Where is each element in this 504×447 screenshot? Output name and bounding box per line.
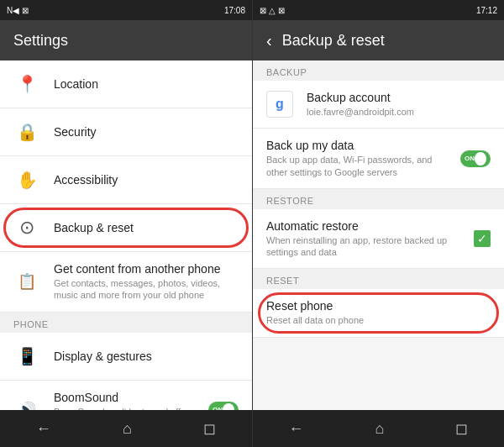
accessibility-title: Accessibility xyxy=(54,173,239,187)
right-status-left: ⊠ △ ⊠ xyxy=(260,6,285,15)
left-app-bar: Settings xyxy=(0,20,252,60)
right-status-time: 17:12 xyxy=(476,6,497,15)
left-status-bar: N◀ ⊠ 17:08 xyxy=(0,0,252,20)
display-icon: 📱 xyxy=(13,343,40,370)
right-app-bar: ‹ Backup & reset xyxy=(253,20,504,60)
display-title: Display & gestures xyxy=(54,350,239,363)
auto-restore-text: Automatic restore When reinstalling an a… xyxy=(266,219,467,259)
settings-list: 📍 Location 🔒 Security ✋ Accessibility xyxy=(0,60,252,313)
toggle-knob xyxy=(223,403,234,410)
auto-restore-subtitle: When reinstalling an app, restore backed… xyxy=(266,234,467,259)
backup-data-row[interactable]: Back up my data Back up app data, Wi-Fi … xyxy=(253,129,504,189)
settings-item-boomsound[interactable]: 🔊 BoomSound BoomSound can't be turned of… xyxy=(0,381,252,410)
right-back-button[interactable]: ← xyxy=(276,413,318,444)
settings-item-backup-reset[interactable]: ⊙ Backup & reset xyxy=(0,204,252,252)
backup-toggle-knob xyxy=(475,152,486,166)
get-content-title: Get content from another phone xyxy=(54,262,239,276)
left-back-button[interactable]: ← xyxy=(23,413,65,444)
backup-section-label: BACKUP xyxy=(253,60,504,81)
settings-item-display[interactable]: 📱 Display & gestures xyxy=(0,333,252,381)
left-home-button[interactable]: ⌂ xyxy=(109,413,145,444)
status-right-time: 17:08 xyxy=(224,6,245,15)
back-button[interactable]: ‹ xyxy=(266,31,272,50)
right-nav-bar: ← ⌂ ◻ xyxy=(253,410,504,447)
backup-account-title: Backup account xyxy=(307,91,491,104)
left-content: 📍 Location 🔒 Security ✋ Accessibility xyxy=(0,60,252,410)
reset-phone-title: Reset phone xyxy=(266,299,491,313)
right-status-bar: ⊠ △ ⊠ 17:12 xyxy=(253,0,504,20)
right-phone-panel: ⊠ △ ⊠ 17:12 ‹ Backup & reset BACKUP g Ba… xyxy=(252,0,504,447)
accessibility-icon: ✋ xyxy=(13,166,40,193)
settings-item-accessibility[interactable]: ✋ Accessibility xyxy=(0,156,252,204)
toggle-on-label: ON xyxy=(213,406,223,410)
settings-title: Settings xyxy=(13,32,68,50)
right-notification-icons: ⊠ △ ⊠ xyxy=(260,6,285,15)
left-phone-panel: N◀ ⊠ 17:08 Settings 📍 Location 🔒 Securit… xyxy=(0,0,252,447)
backup-data-subtitle: Back up app data, Wi-Fi passwords, and o… xyxy=(266,154,454,178)
location-text: Location xyxy=(54,77,239,91)
left-nav-bar: ← ⌂ ◻ xyxy=(0,410,252,447)
boomsound-icon: 🔊 xyxy=(13,397,40,410)
security-icon: 🔒 xyxy=(13,118,40,145)
get-content-icon: 📋 xyxy=(13,268,40,295)
backup-reset-page-title: Backup & reset xyxy=(282,32,385,50)
right-status-right: 17:12 xyxy=(476,6,497,15)
restore-section-label: RESTORE xyxy=(253,189,504,209)
backup-reset-title: Backup & reset xyxy=(54,221,239,234)
status-time: 17:08 xyxy=(224,6,245,15)
backup-data-title: Back up my data xyxy=(266,139,454,152)
reset-phone-subtitle: Reset all data on phone xyxy=(266,314,491,326)
display-text: Display & gestures xyxy=(54,350,239,363)
accessibility-text: Accessibility xyxy=(54,173,239,187)
settings-item-location[interactable]: 📍 Location xyxy=(0,60,252,108)
settings-item-security[interactable]: 🔒 Security xyxy=(0,108,252,156)
right-home-button[interactable]: ⌂ xyxy=(362,413,398,444)
boomsound-subtitle: BoomSound can't be turned off when using… xyxy=(54,406,202,410)
settings-item-get-content[interactable]: 📋 Get content from another phone Get con… xyxy=(0,252,252,313)
auto-restore-title: Automatic restore xyxy=(266,219,467,233)
get-content-subtitle: Get contacts, messages, photos, videos, … xyxy=(54,277,239,302)
left-recent-button[interactable]: ◻ xyxy=(190,413,229,444)
boomsound-title: BoomSound xyxy=(54,391,202,404)
location-icon: 📍 xyxy=(13,71,40,97)
right-content: BACKUP g Backup account loie.favre@andro… xyxy=(253,60,504,410)
backup-reset-icon: ⊙ xyxy=(13,214,40,241)
backup-account-row[interactable]: g Backup account loie.favre@androidpit.c… xyxy=(253,81,504,129)
auto-restore-checkbox[interactable]: ✓ xyxy=(474,230,491,247)
status-left-icons: N◀ ⊠ xyxy=(7,6,29,15)
backup-account-text: Backup account loie.favre@androidpit.com xyxy=(307,91,491,118)
phone-settings-list: 📱 Display & gestures 🔊 BoomSound BoomSou… xyxy=(0,333,252,410)
reset-phone-row[interactable]: Reset phone Reset all data on phone xyxy=(253,289,504,337)
backup-data-toggle[interactable]: ON xyxy=(460,150,491,167)
google-icon: g xyxy=(266,91,293,118)
boomsound-text: BoomSound BoomSound can't be turned off … xyxy=(54,391,202,410)
phone-section-label: PHONE xyxy=(0,313,252,333)
backup-reset-text: Backup & reset xyxy=(54,221,239,234)
reset-section-label: RESET xyxy=(253,269,504,289)
get-content-text: Get content from another phone Get conta… xyxy=(54,262,239,302)
notification-icons: N◀ ⊠ xyxy=(7,6,29,15)
security-title: Security xyxy=(54,125,239,139)
right-recent-button[interactable]: ◻ xyxy=(442,413,481,444)
location-title: Location xyxy=(54,77,239,91)
checkbox-check-icon: ✓ xyxy=(477,232,487,245)
boomsound-toggle[interactable]: ON xyxy=(208,402,239,410)
auto-restore-row[interactable]: Automatic restore When reinstalling an a… xyxy=(253,209,504,270)
reset-phone-text: Reset phone Reset all data on phone xyxy=(266,299,491,326)
backup-account-subtitle: loie.favre@androidpit.com xyxy=(307,106,491,118)
backup-data-text: Back up my data Back up app data, Wi-Fi … xyxy=(266,139,454,178)
security-text: Security xyxy=(54,125,239,139)
backup-toggle-on-label: ON xyxy=(465,155,475,162)
